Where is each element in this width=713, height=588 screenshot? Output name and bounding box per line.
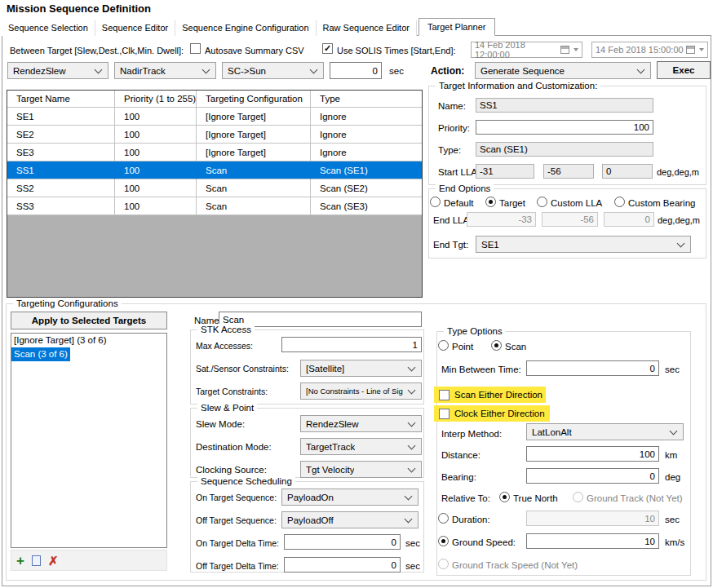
chevron-down-icon: [637, 65, 645, 73]
table-row[interactable]: SS2 100 Scan Scan (SE2): [7, 179, 422, 197]
min-between-time-unit: sec: [665, 364, 680, 375]
on-target-sequence-select[interactable]: PayloadOn: [281, 489, 418, 506]
copy-icon[interactable]: [32, 555, 41, 566]
calendar-icon: [560, 46, 569, 54]
off-target-delta-input[interactable]: [284, 557, 401, 573]
interp-method-select[interactable]: LatLonAlt: [526, 423, 684, 440]
exec-button[interactable]: Exec: [657, 61, 711, 79]
ground-track-label: Ground Track (Not Yet): [587, 493, 683, 504]
list-item[interactable]: [Ignore Target] (3 of 6): [11, 334, 109, 347]
clocking-select[interactable]: SC->Sun: [222, 62, 324, 79]
apply-to-selected-targets-button[interactable]: Apply to Selected Targets: [11, 312, 167, 329]
end-custom-bearing-radio[interactable]: [614, 197, 625, 207]
on-target-delta-input[interactable]: [284, 534, 401, 550]
cell-config: Scan: [197, 161, 311, 179]
max-accesses-input[interactable]: [281, 337, 422, 352]
interp-method-label: Interp Method:: [441, 428, 502, 440]
slew-mode-value: RendezSlew: [306, 419, 359, 429]
clock-either-direction-checkbox[interactable]: [439, 409, 450, 419]
start-lla-units: deg,deg,m: [657, 166, 699, 178]
sat-sensor-constraints-label: Sat./Sensor Constraints:: [196, 363, 289, 374]
end-tgt-select[interactable]: SE1: [476, 236, 691, 253]
sat-sensor-constraints-select[interactable]: [Satellite]: [300, 360, 422, 377]
tab-sequence-engine-configuration[interactable]: Sequence Engine Configuration: [175, 20, 316, 36]
chevron-down-icon: [408, 464, 416, 472]
ground-speed-radio[interactable]: [438, 536, 449, 546]
min-between-time-input[interactable]: [526, 360, 659, 376]
table-row[interactable]: SS1 100 Scan Scan (SE1): [7, 161, 422, 179]
destination-mode-value: TargetTrack: [306, 442, 355, 452]
sequence-scheduling-group-title: Sequence Scheduling: [197, 475, 295, 488]
tab-target-planner[interactable]: Target Planner: [418, 18, 495, 36]
ground-track-speed-radio: [438, 559, 449, 569]
action-select[interactable]: Generate Sequence: [475, 62, 651, 79]
true-north-label: True North: [513, 493, 558, 504]
clock-either-direction-label: Clock Either Direction: [454, 409, 545, 419]
autosave-summary-checkbox[interactable]: [190, 43, 201, 54]
ground-speed-input[interactable]: [526, 533, 659, 549]
destination-select-value: NadirTrack: [120, 66, 166, 76]
true-north-radio[interactable]: [499, 492, 510, 502]
destination-select[interactable]: NadirTrack: [114, 62, 216, 79]
on-target-delta-label: On Target Delta Time:: [196, 537, 279, 549]
col-type[interactable]: Type: [311, 91, 422, 108]
table-row[interactable]: SE3 100 [Ignore Target] Ignore: [7, 144, 422, 161]
destination-mode-select[interactable]: TargetTrack: [300, 438, 422, 455]
page-title: Mission Sequence Definition: [7, 3, 151, 15]
point-radio-label: Point: [452, 341, 473, 352]
bearing-input[interactable]: [526, 468, 659, 484]
chevron-down-icon: [405, 492, 413, 500]
scan-radio[interactable]: [491, 340, 502, 351]
target-table: Target Name Priority (1 to 255) Targetin…: [7, 90, 423, 298]
end-custom-lla-radio[interactable]: [537, 197, 547, 207]
min-dwell-input[interactable]: [330, 62, 382, 79]
end-time-picker: 14 Feb 2018 15:00:00: [591, 42, 708, 58]
distance-input[interactable]: [526, 446, 659, 462]
end-default-label: Default: [444, 197, 473, 209]
interp-method-value: LatLonAlt: [532, 427, 572, 437]
priority-field[interactable]: [476, 120, 653, 135]
end-target-radio[interactable]: [485, 197, 496, 207]
point-radio[interactable]: [438, 340, 449, 351]
table-row[interactable]: SS3 100 Scan Scan (SE3): [7, 197, 422, 215]
start-lat-field: [476, 164, 534, 179]
priority-label: Priority:: [438, 122, 470, 134]
use-solis-times-checkbox[interactable]: [322, 43, 333, 54]
chevron-down-icon: [408, 418, 416, 427]
table-row[interactable]: SE1 100 [Ignore Target] Ignore: [7, 108, 422, 126]
table-row[interactable]: SE2 100 [Ignore Target] Ignore: [7, 126, 422, 144]
slew-mode-select[interactable]: RendezSlew: [300, 415, 422, 432]
tab-raw-sequence-editor[interactable]: Raw Sequence Editor: [317, 20, 417, 36]
clocking-source-select[interactable]: Tgt Velocity: [300, 461, 422, 478]
target-type-field: [476, 142, 653, 157]
start-time-value: 14 Feb 2018 12:00:00: [475, 40, 560, 60]
end-default-radio[interactable]: [430, 197, 441, 207]
cell-name: SS3: [7, 197, 115, 215]
end-tgt-select-value: SE1: [481, 240, 499, 250]
off-target-sequence-select[interactable]: PayloadOff: [281, 511, 418, 528]
tab-sequence-selection[interactable]: Sequence Selection: [2, 20, 95, 36]
chevron-down-icon: [310, 65, 318, 73]
col-target-name[interactable]: Target Name: [7, 91, 115, 108]
target-planner-window: Mission Sequence Definition Sequence Sel…: [0, 0, 713, 588]
slew-point-group-title: Slew & Point: [197, 402, 257, 414]
delete-icon[interactable]: ✗: [48, 555, 59, 567]
slew-select[interactable]: RendezSlew: [7, 62, 108, 79]
scan-either-direction-checkbox[interactable]: [439, 390, 450, 400]
target-constraints-select[interactable]: [No Constraints - Line of Sight]: [300, 382, 422, 400]
cell-type: Scan (SE1): [311, 161, 422, 179]
scan-either-highlight: Scan Either Direction: [434, 387, 546, 403]
col-priority[interactable]: Priority (1 to 255): [115, 91, 197, 108]
cell-name: SS2: [7, 179, 115, 197]
list-item[interactable]: Scan (3 of 6): [11, 347, 70, 361]
col-targeting-configuration[interactable]: Targeting Configuration: [197, 91, 311, 108]
cell-config: [Ignore Target]: [197, 144, 311, 161]
end-custom-bearing-label: Custom Bearing: [628, 197, 695, 209]
duration-radio[interactable]: [438, 513, 449, 524]
cell-name: SE1: [7, 108, 115, 126]
start-alt-field: [602, 164, 653, 179]
table-header-row: Target Name Priority (1 to 255) Targetin…: [7, 91, 422, 108]
tab-sequence-editor[interactable]: Sequence Editor: [95, 20, 175, 36]
add-icon[interactable]: +: [16, 554, 24, 568]
slew-select-value: RendezSlew: [13, 66, 66, 76]
